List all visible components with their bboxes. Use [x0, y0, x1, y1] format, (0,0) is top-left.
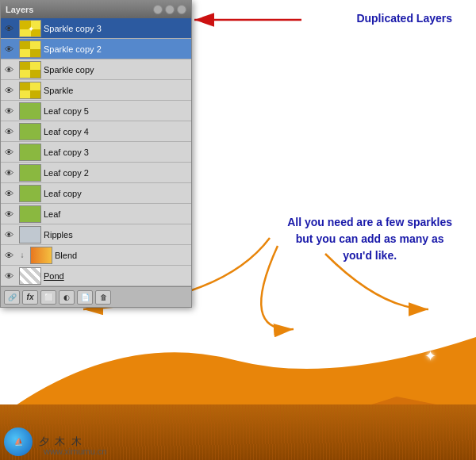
maximize-btn[interactable] — [165, 5, 175, 14]
layer-eye-icon[interactable]: 👁 — [1, 142, 17, 163]
layer-eye-icon[interactable]: 👁 — [1, 39, 17, 59]
layer-row[interactable]: 👁 Leaf copy — [1, 183, 191, 204]
layer-row[interactable]: 👁 Ripples — [1, 224, 191, 245]
layer-thumbnail — [19, 164, 41, 182]
layers-panel: Layers 👁 ✦ Sparkle copy 3 👁 — [0, 0, 192, 308]
delete-layer-button[interactable]: 🗑 — [95, 290, 111, 305]
annotation-sparkles-text: All you need are a few sparkles but you … — [287, 214, 452, 264]
layer-eye-icon[interactable]: 👁 — [1, 101, 17, 121]
layer-thumbnail — [19, 185, 41, 202]
layer-thumbnail — [19, 61, 41, 79]
layer-eye-icon[interactable]: 👁 — [1, 183, 17, 204]
layer-thumbnail — [19, 40, 41, 58]
layer-eye-icon[interactable]: 👁 — [1, 266, 17, 286]
svg-rect-7 — [20, 40, 30, 48]
layer-name-text: Sparkle copy 2 — [44, 44, 191, 54]
layer-thumbnail: ✦ — [19, 20, 41, 37]
layer-row[interactable]: 👁 Sparkle copy 2 — [1, 39, 191, 59]
layer-name-text: Leaf copy 4 — [44, 127, 191, 136]
mask-button[interactable]: ⬜ — [40, 290, 56, 305]
layer-eye-icon[interactable]: 👁 — [1, 163, 17, 183]
link-button[interactable]: 🔗 — [4, 290, 20, 305]
layer-thumbnail — [19, 205, 41, 223]
svg-rect-11 — [30, 70, 40, 78]
sparkles-line3: you'd like. — [343, 249, 397, 262]
layer-thumbnail — [19, 123, 41, 140]
layer-eye-icon[interactable]: 👁 — [1, 245, 17, 266]
layer-name-text: Pond — [44, 271, 191, 281]
layer-thumbnail — [19, 102, 41, 120]
sparkles-line2: but you can add as many as — [296, 232, 444, 245]
close-btn[interactable] — [177, 5, 186, 14]
main-area: ✦ ✦ ✦ ⛵ 夕 木 木 www.ximumu.cn Duplicated L… — [0, 0, 476, 460]
layer-name-text: Leaf copy 3 — [44, 148, 191, 157]
layer-eye-icon[interactable]: 👁 — [1, 59, 17, 80]
layer-row[interactable]: 👁 Sparkle — [1, 80, 191, 101]
sparkle-star-2: ✦ — [294, 312, 305, 329]
watermark-url: www.ximumu.cn — [44, 447, 106, 456]
layer-name-text: Sparkle copy 3 — [44, 24, 191, 33]
layer-row[interactable]: 👁 Leaf copy 2 — [1, 163, 191, 183]
layer-eye-icon[interactable]: 👁 — [1, 204, 17, 224]
layer-row[interactable]: 👁 Pond — [1, 266, 191, 286]
svg-rect-8 — [30, 49, 40, 57]
layer-row[interactable]: 👁 Leaf copy 4 — [1, 121, 191, 142]
layer-row[interactable]: 👁 Leaf copy 3 — [1, 142, 191, 163]
layer-arrow-icon: ↓ — [17, 245, 28, 266]
layer-thumbnail — [19, 82, 41, 99]
layer-row[interactable]: 👁 Leaf — [1, 204, 191, 224]
new-layer-button[interactable]: 📄 — [77, 290, 93, 305]
svg-rect-13 — [20, 82, 30, 90]
layer-thumbnail — [30, 247, 52, 264]
layer-name-text: Leaf — [44, 209, 191, 219]
layer-name-text: Leaf copy 2 — [44, 168, 191, 178]
panel-title: Layers — [6, 5, 33, 14]
layer-name-text: Leaf copy 5 — [44, 106, 191, 116]
layer-eye-icon[interactable]: 👁 — [1, 80, 17, 101]
layer-row[interactable]: 👁 Leaf copy 5 — [1, 101, 191, 121]
layer-name-text: Leaf copy — [44, 189, 191, 198]
layers-list: 👁 ✦ Sparkle copy 3 👁 Sparkle copy 2 — [1, 18, 191, 286]
layer-eye-icon[interactable]: 👁 — [1, 18, 17, 39]
adjustment-button[interactable]: ◐ — [59, 290, 75, 305]
sparkle-star-3: ✦ — [424, 347, 436, 365]
sparkles-line1: All you need are a few sparkles — [287, 216, 452, 228]
layer-thumbnail — [19, 267, 41, 285]
layer-name-text: Sparkle copy — [44, 65, 191, 75]
annotation-duplicated-layers: Duplicated Layers — [356, 12, 452, 25]
title-bar-controls — [153, 5, 186, 14]
layers-toolbar: 🔗 fx ⬜ ◐ 📄 🗑 — [1, 286, 191, 307]
svg-rect-14 — [30, 90, 40, 98]
layer-name-text: Ripples — [44, 230, 191, 240]
layer-row[interactable]: 👁 Sparkle copy — [1, 59, 191, 80]
layer-row[interactable]: 👁 ✦ Sparkle copy 3 — [1, 18, 191, 39]
layer-name-text: Blend — [55, 251, 191, 260]
layer-thumbnail — [19, 144, 41, 161]
svg-rect-10 — [20, 61, 30, 69]
svg-text:✦: ✦ — [28, 25, 34, 33]
layer-thumbnail — [19, 226, 41, 243]
layer-eye-icon[interactable]: 👁 — [1, 121, 17, 142]
layer-name-text: Sparkle — [44, 86, 191, 95]
layer-row[interactable]: 👁 ↓ Blend — [1, 245, 191, 266]
sparkle-star-1: ✦ — [75, 312, 87, 329]
fx-button[interactable]: fx — [22, 290, 38, 305]
watermark-logo: ⛵ — [4, 427, 33, 456]
layers-panel-titlebar: Layers — [1, 1, 191, 18]
layer-eye-icon[interactable]: 👁 — [1, 224, 17, 245]
minimize-btn[interactable] — [153, 5, 163, 14]
